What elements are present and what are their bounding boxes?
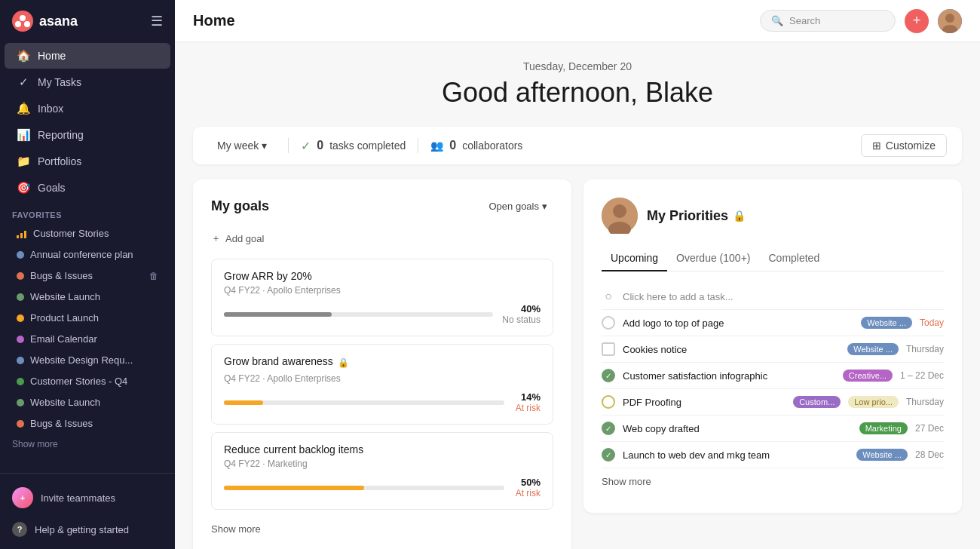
sidebar: asana ☰ 🏠 Home ✓ My Tasks 🔔 Inbox 📊 Repo… — [0, 0, 175, 549]
collaborators-stat: 👥 0 collaborators — [430, 139, 522, 152]
help-icon: ? — [12, 522, 27, 537]
task-name: Launch to web dev and mkg team — [623, 449, 849, 461]
sidebar-item-home[interactable]: 🏠 Home — [5, 43, 170, 69]
fav-product-launch[interactable]: Product Launch — [5, 308, 170, 328]
sidebar-item-inbox[interactable]: 🔔 Inbox — [5, 96, 170, 121]
progress-bar-fill — [224, 312, 332, 317]
task-checkbox[interactable] — [602, 395, 615, 409]
hamburger-icon[interactable]: ☰ — [151, 13, 163, 29]
asana-logo[interactable]: asana — [12, 11, 78, 32]
add-goal-button[interactable]: ＋ Add goal — [211, 227, 264, 250]
goal-name: Reduce current backlog items — [224, 443, 541, 455]
goal-progress-row: 50% At risk — [224, 477, 541, 498]
task-date: 1 – 22 Dec — [900, 370, 944, 381]
goal-meta: Q4 FY22 · Marketing — [224, 459, 541, 469]
task-checkbox[interactable]: ✓ — [602, 422, 615, 435]
greeting-date: Tuesday, December 20 — [193, 60, 962, 72]
check-icon: ✓ — [17, 75, 30, 89]
fav-website-launch-2[interactable]: Website Launch — [5, 392, 170, 413]
task-tag: Website ... — [861, 317, 912, 329]
tab-completed[interactable]: Completed — [759, 246, 828, 271]
collaborators-label: collaborators — [462, 140, 522, 152]
show-more-priorities[interactable]: Show more — [602, 468, 944, 495]
plus-icon: ＋ — [211, 232, 221, 245]
priorities-title-area: My Priorities 🔒 — [647, 208, 746, 224]
show-more-sidebar[interactable]: Show more — [0, 434, 175, 454]
task-checkbox[interactable] — [602, 316, 615, 330]
goal-item: Reduce current backlog items Q4 FY22 · M… — [211, 432, 553, 510]
help-label: Help & getting started — [35, 524, 129, 535]
fav-email-calendar[interactable]: Email Calendar — [5, 329, 170, 349]
progress-bar-bg — [224, 486, 504, 490]
task-date: Thursday — [906, 397, 944, 407]
priorities-tabs: Upcoming Overdue (100+) Completed — [602, 246, 944, 271]
fav-label: Product Launch — [30, 312, 99, 324]
tasks-completed-stat: ✓ 0 tasks completed — [301, 139, 406, 153]
customize-button[interactable]: ⊞ Customize — [861, 134, 947, 157]
sidebar-item-my-tasks[interactable]: ✓ My Tasks — [5, 69, 170, 95]
reporting-icon: 📊 — [17, 128, 30, 142]
fav-label: Email Calendar — [30, 333, 97, 345]
tab-upcoming[interactable]: Upcoming — [602, 246, 667, 271]
my-week-button[interactable]: My week ▾ — [208, 135, 276, 156]
goal-name: Grow ARR by 20% — [224, 270, 541, 282]
fav-annual-conference[interactable]: Annual conference plan — [5, 244, 170, 265]
add-task-label[interactable]: Click here to add a task... — [623, 291, 944, 302]
tasks-count: 0 — [317, 139, 323, 152]
task-checkbox[interactable]: ✓ — [602, 448, 615, 462]
user-avatar[interactable] — [938, 9, 962, 33]
fav-bugs-issues[interactable]: Bugs & Issues 🗑 — [5, 265, 170, 286]
goal-pct: 14% — [513, 391, 541, 403]
fav-label: Website Launch — [30, 397, 100, 408]
priorities-title-text: My Priorities — [647, 208, 728, 224]
goal-right: 14% At risk — [513, 391, 541, 413]
nav-tasks-label: My Tasks — [38, 76, 81, 88]
dot-icon — [17, 314, 24, 322]
trash-icon[interactable]: 🗑 — [149, 271, 158, 281]
invite-label: Invite teammates — [41, 492, 115, 504]
sidebar-item-goals[interactable]: 🎯 Goals — [5, 175, 170, 201]
sidebar-item-portfolios[interactable]: 📁 Portfolios — [5, 149, 170, 174]
fav-website-design[interactable]: Website Design Requ... — [5, 350, 170, 370]
svg-point-1 — [20, 15, 26, 21]
add-task-check[interactable]: ○ — [602, 290, 615, 303]
invite-teammates-button[interactable]: + Invite teammates — [0, 480, 175, 516]
goal-meta: Q4 FY22 · Apollo Enterprises — [224, 285, 541, 296]
task-date: Thursday — [906, 344, 944, 354]
help-button[interactable]: ? Help & getting started — [0, 516, 175, 543]
add-button[interactable]: + — [905, 9, 929, 33]
task-checkbox[interactable]: ✓ — [602, 369, 615, 382]
fav-bugs-issues-2[interactable]: Bugs & Issues — [5, 413, 170, 434]
favorites-section: Customer Stories Annual conference plan … — [0, 222, 175, 434]
invite-avatar: + — [12, 487, 33, 508]
open-goals-button[interactable]: Open goals ▾ — [483, 198, 554, 215]
search-icon: 🔍 — [771, 15, 783, 26]
logo-text: asana — [39, 14, 78, 29]
fav-customer-stories[interactable]: Customer Stories — [5, 223, 170, 244]
nav-reporting-label: Reporting — [38, 129, 84, 141]
task-row: ✓ Customer satisfaction infographic Crea… — [602, 363, 944, 389]
sidebar-item-reporting[interactable]: 📊 Reporting — [5, 122, 170, 148]
lock-icon: 🔒 — [338, 357, 349, 368]
greeting-section: Tuesday, December 20 Good afternoon, Bla… — [193, 60, 962, 109]
goals-title: My goals — [211, 198, 269, 214]
stat-divider-2 — [418, 138, 418, 153]
task-checkbox[interactable] — [602, 342, 615, 356]
nav-section: 🏠 Home ✓ My Tasks 🔔 Inbox 📊 Reporting 📁 … — [0, 42, 175, 201]
task-tag: Website ... — [847, 343, 899, 355]
fav-customer-stories-q4[interactable]: Customer Stories - Q4 — [5, 371, 170, 391]
goal-progress-row: 14% At risk — [224, 391, 541, 413]
search-box[interactable]: 🔍 Search — [760, 10, 896, 32]
tab-overdue[interactable]: Overdue (100+) — [667, 246, 759, 271]
show-more-goals[interactable]: Show more — [211, 517, 553, 541]
priorities-avatar — [602, 198, 638, 234]
collaborators-count: 0 — [449, 139, 456, 152]
add-task-row[interactable]: ○ Click here to add a task... — [602, 284, 944, 310]
tasks-label: tasks completed — [329, 140, 406, 152]
fav-label: Customer Stories - Q4 — [30, 376, 127, 387]
dot-icon — [17, 293, 24, 301]
priorities-card: My Priorities 🔒 Upcoming Overdue (100+) … — [583, 179, 962, 513]
fav-website-launch[interactable]: Website Launch — [5, 287, 170, 307]
collaborators-icon: 👥 — [430, 140, 443, 152]
search-placeholder: Search — [789, 15, 820, 26]
